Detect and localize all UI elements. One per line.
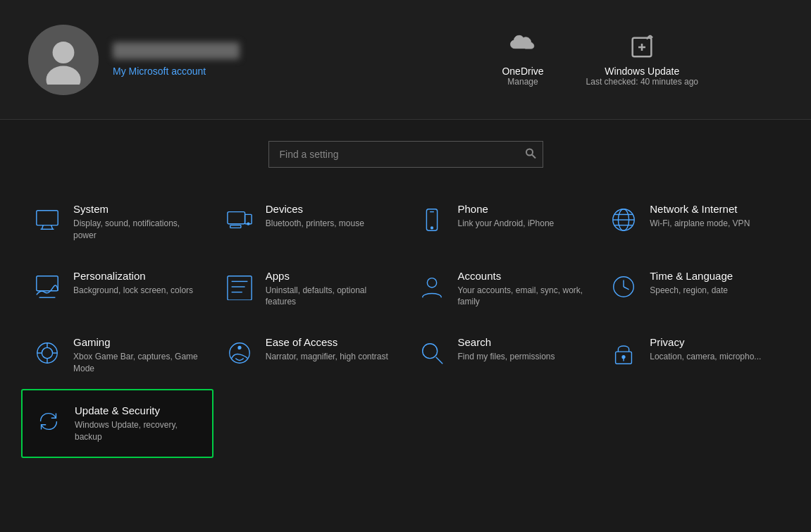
settings-icon-ease xyxy=(224,338,255,369)
settings-item-accounts[interactable]: Accounts Your accounts, email, sync, wor… xyxy=(406,256,598,323)
settings-text-update: Update & Security Windows Update, recove… xyxy=(75,404,202,443)
svg-point-38 xyxy=(238,347,241,349)
settings-item-personalization[interactable]: Personalization Background, lock screen,… xyxy=(21,256,213,323)
onedrive-title: OneDrive xyxy=(502,66,543,77)
settings-desc-time: Speech, region, date xyxy=(650,285,733,297)
settings-desc-search: Find my files, permissions xyxy=(458,351,555,363)
settings-icon-accounts xyxy=(416,271,447,302)
svg-rect-21 xyxy=(37,276,58,290)
settings-desc-accounts: Your accounts, email, sync, work, family xyxy=(458,285,588,309)
settings-text-devices: Devices Bluetooth, printers, mouse xyxy=(266,203,364,230)
settings-title-system: System xyxy=(73,203,203,215)
settings-grid: System Display, sound, notifications, po… xyxy=(0,182,811,465)
svg-point-27 xyxy=(427,278,436,287)
svg-point-42 xyxy=(622,356,625,359)
search-box xyxy=(268,141,543,168)
svg-point-32 xyxy=(42,348,52,359)
settings-text-personalization: Personalization Background, lock screen,… xyxy=(73,270,193,297)
windows-update-title: Windows Update xyxy=(605,66,679,77)
windows-update-subtitle: Last checked: 40 minutes ago xyxy=(586,77,698,87)
settings-item-gaming[interactable]: Gaming Xbox Game Bar, captures, Game Mod… xyxy=(21,322,213,389)
settings-text-phone: Phone Link your Android, iPhone xyxy=(458,203,555,230)
microsoft-account-link[interactable]: My Microsoft account xyxy=(113,66,206,77)
svg-point-11 xyxy=(247,223,249,225)
user-name-blurred xyxy=(113,42,240,59)
settings-item-network[interactable]: Network & Internet Wi-Fi, airplane mode,… xyxy=(598,189,790,256)
settings-desc-gaming: Xbox Game Bar, captures, Game Mode xyxy=(73,351,203,375)
settings-item-time[interactable]: Time & Language Speech, region, date xyxy=(598,256,790,323)
settings-title-ease: Ease of Access xyxy=(266,336,388,348)
settings-title-time: Time & Language xyxy=(650,270,733,282)
svg-rect-5 xyxy=(37,211,58,225)
svg-point-3 xyxy=(526,149,533,156)
settings-desc-update: Windows Update, recovery, backup xyxy=(75,419,202,443)
settings-icon-gaming xyxy=(32,338,63,369)
onedrive-subtitle: Manage xyxy=(507,77,538,87)
settings-desc-devices: Bluetooth, printers, mouse xyxy=(266,218,364,230)
settings-desc-system: Display, sound, notifications, power xyxy=(73,218,203,242)
onedrive-icon xyxy=(509,33,537,61)
settings-desc-privacy: Location, camera, micropho... xyxy=(650,351,761,363)
settings-item-system[interactable]: System Display, sound, notifications, po… xyxy=(21,189,213,256)
windows-update-icon xyxy=(628,33,656,61)
settings-text-privacy: Privacy Location, camera, micropho... xyxy=(650,336,761,363)
settings-icon-personalization xyxy=(32,271,63,302)
svg-line-40 xyxy=(435,357,442,364)
settings-text-gaming: Gaming Xbox Game Bar, captures, Game Mod… xyxy=(73,336,203,375)
settings-title-search: Search xyxy=(458,336,555,348)
settings-desc-ease: Narrator, magnifier, high contrast xyxy=(266,351,388,363)
settings-text-time: Time & Language Speech, region, date xyxy=(650,270,733,297)
settings-desc-network: Wi-Fi, airplane mode, VPN xyxy=(650,218,750,230)
settings-item-privacy[interactable]: Privacy Location, camera, micropho... xyxy=(598,322,790,389)
svg-line-6 xyxy=(42,225,43,230)
svg-rect-12 xyxy=(230,225,240,228)
svg-point-1 xyxy=(47,66,81,85)
settings-title-network: Network & Internet xyxy=(650,203,750,215)
settings-title-update: Update & Security xyxy=(75,404,202,416)
onedrive-widget[interactable]: OneDrive Manage xyxy=(502,33,543,87)
windows-update-widget[interactable]: Windows Update Last checked: 40 minutes … xyxy=(586,33,698,87)
settings-title-personalization: Personalization xyxy=(73,270,193,282)
settings-icon-update xyxy=(33,406,64,437)
svg-point-15 xyxy=(431,227,433,229)
settings-icon-privacy xyxy=(608,338,639,369)
settings-icon-devices xyxy=(224,204,255,235)
settings-title-gaming: Gaming xyxy=(73,336,203,348)
settings-desc-personalization: Background, lock screen, colors xyxy=(73,285,193,297)
svg-rect-26 xyxy=(228,276,252,299)
settings-icon-system xyxy=(32,204,63,235)
avatar xyxy=(28,25,99,95)
svg-point-39 xyxy=(422,344,437,359)
svg-point-0 xyxy=(53,42,75,63)
settings-title-accounts: Accounts xyxy=(458,270,588,282)
settings-item-search[interactable]: Search Find my files, permissions xyxy=(406,322,598,389)
settings-title-privacy: Privacy xyxy=(650,336,761,348)
settings-item-devices[interactable]: Devices Bluetooth, printers, mouse xyxy=(213,189,406,256)
search-input[interactable] xyxy=(268,141,543,168)
settings-item-apps[interactable]: Apps Uninstall, defaults, optional featu… xyxy=(213,256,406,323)
settings-item-ease[interactable]: Ease of Access Narrator, magnifier, high… xyxy=(213,322,406,389)
settings-icon-phone xyxy=(416,204,447,235)
settings-title-apps: Apps xyxy=(266,270,395,282)
header-widgets: OneDrive Manage Windows Update Last chec… xyxy=(502,33,783,87)
svg-rect-9 xyxy=(228,212,245,224)
settings-text-accounts: Accounts Your accounts, email, sync, wor… xyxy=(458,270,588,309)
settings-item-phone[interactable]: Phone Link your Android, iPhone xyxy=(406,189,598,256)
svg-line-7 xyxy=(51,225,53,230)
user-section: My Microsoft account xyxy=(28,25,502,95)
settings-desc-apps: Uninstall, defaults, optional features xyxy=(266,285,395,309)
settings-desc-phone: Link your Android, iPhone xyxy=(458,218,555,230)
settings-text-apps: Apps Uninstall, defaults, optional featu… xyxy=(266,270,395,309)
svg-line-30 xyxy=(624,287,629,290)
settings-icon-search xyxy=(416,338,447,369)
settings-item-update[interactable]: Update & Security Windows Update, recove… xyxy=(21,389,213,459)
settings-title-phone: Phone xyxy=(458,203,555,215)
search-area xyxy=(0,120,811,182)
user-info: My Microsoft account xyxy=(113,42,240,78)
settings-text-system: System Display, sound, notifications, po… xyxy=(73,203,203,242)
settings-icon-network xyxy=(608,204,639,235)
settings-text-search: Search Find my files, permissions xyxy=(458,336,555,363)
header: My Microsoft account OneDrive Manage xyxy=(0,0,811,120)
search-button[interactable] xyxy=(525,148,536,161)
settings-title-devices: Devices xyxy=(266,203,364,215)
